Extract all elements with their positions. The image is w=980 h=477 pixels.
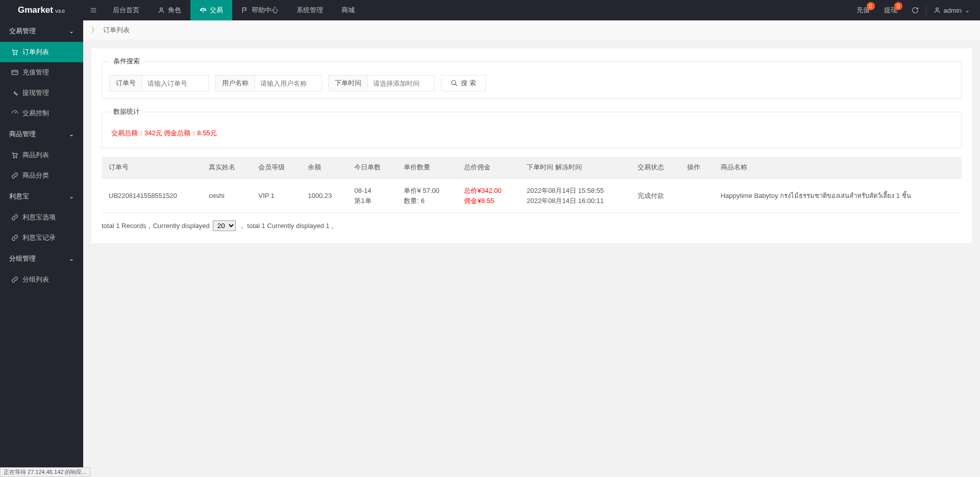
top-header: Gmarket V3.0 后台首页 角色 交易 帮助中心 系统管理 商城	[0, 0, 980, 20]
order-time-input[interactable]	[368, 76, 434, 91]
topnav-role[interactable]: 角色	[149, 0, 190, 20]
chevron-down-icon: ⌄	[965, 7, 970, 14]
sidebar-item-recharge[interactable]: 充值管理	[0, 62, 83, 83]
breadcrumb-sep-icon: 》	[91, 26, 98, 34]
cell-commission: 佣金¥8.55	[464, 197, 494, 205]
field-order-no: 订单号	[109, 75, 209, 91]
sidebar-item-orders[interactable]: 订单列表	[0, 42, 83, 62]
svg-point-5	[13, 54, 14, 55]
th-status: 交易状态	[630, 157, 680, 179]
pagination: total 1 Records，Currently displayed 20 ，…	[102, 213, 962, 233]
cell-status: 完成付款	[630, 179, 680, 213]
sidebar-group-interest[interactable]: 利息宝 ⌄	[0, 186, 83, 207]
cart-icon	[11, 48, 18, 56]
topnav-trade[interactable]: 交易	[190, 0, 232, 20]
topnav-label: 后台首页	[113, 6, 139, 15]
search-fieldset: 条件搜索 订单号 用户名称 下单时间	[102, 57, 962, 99]
hamburger-icon	[90, 7, 97, 14]
brand-version: V3.0	[55, 9, 65, 14]
th-total: 总价佣金	[457, 157, 520, 179]
refresh-button[interactable]	[904, 0, 926, 20]
cell-op	[680, 179, 714, 213]
table-header-row: 订单号 真实姓名 会员等级 余额 今日单数 单价数量 总价佣金 下单时间 解冻时…	[102, 157, 962, 179]
brand-name: Gmarket	[18, 5, 53, 15]
svg-line-9	[15, 112, 16, 113]
search-button[interactable]: 搜 索	[441, 75, 486, 91]
cell-product: Happytime Babytoy กรงไม้ธรรมชาติของเล่นส…	[714, 179, 962, 213]
stats-fieldset: 数据统计 交易总额：342元 佣金总额：8.55元	[102, 107, 962, 148]
sidebar-group-groupmgmt[interactable]: 分组管理 ⌄	[0, 248, 83, 252]
sidebar-group-product[interactable]: 商品管理 ⌄	[0, 123, 83, 145]
user-icon	[934, 7, 941, 14]
cell-time: 2022年08月14日 15:58:55 2022年08月14日 16:00:1…	[520, 179, 630, 213]
cell-price: 单价¥ 57.00 数量: 6	[397, 179, 457, 213]
sidebar-item-product-category[interactable]: 商品分类	[0, 165, 83, 186]
breadcrumb: 》 订单列表	[83, 20, 980, 40]
topnav-label: 交易	[210, 6, 223, 15]
user-name-input[interactable]	[255, 76, 322, 91]
sidebar-item-withdraw[interactable]: 提现管理	[0, 83, 83, 103]
link-icon	[11, 234, 18, 241]
top-nav: 后台首页 角色 交易 帮助中心 系统管理 商城	[104, 0, 364, 20]
recharge-link[interactable]: 充值 0	[849, 0, 877, 20]
th-balance: 余额	[301, 157, 347, 179]
cell-real-name: ceshi	[202, 179, 251, 213]
field-label: 下单时间	[329, 76, 368, 91]
sidebar-item-interest-records[interactable]: 利息宝记录	[0, 228, 83, 248]
sidebar: 交易管理 ⌄ 订单列表 充值管理 提现管理 交易控制 商品管理 ⌄ 商品列表 商…	[0, 20, 83, 252]
stats-legend: 数据统计	[109, 107, 144, 116]
withdraw-link[interactable]: 提现 0	[877, 0, 904, 20]
topnav-mall[interactable]: 商城	[332, 0, 364, 20]
th-order-no: 订单号	[102, 157, 202, 179]
th-product: 商品名称	[714, 157, 962, 179]
cell-unit-price: 单价¥ 57.00	[404, 187, 439, 194]
sidebar-item-interest-options[interactable]: 利息宝选项	[0, 207, 83, 228]
card-icon	[11, 69, 18, 76]
link-icon	[11, 214, 18, 221]
topnav-help[interactable]: 帮助中心	[232, 0, 287, 20]
cell-today: 08-14 第1单	[347, 179, 397, 213]
orders-table: 订单号 真实姓名 会员等级 余额 今日单数 单价数量 总价佣金 下单时间 解冻时…	[102, 157, 962, 213]
sidebar-item-label: 商品分类	[22, 171, 49, 180]
search-button-label: 搜 索	[461, 79, 476, 88]
chevron-down-icon: ⌄	[69, 131, 74, 138]
sidebar-item-label: 订单列表	[22, 47, 49, 57]
chevron-down-icon: ⌄	[69, 193, 74, 200]
sidebar-item-label: 提现管理	[22, 88, 49, 97]
sidebar-toggle[interactable]	[83, 0, 104, 20]
topnav-label: 系统管理	[297, 6, 323, 15]
pager-text-1: total 1 Records，Currently displayed	[102, 221, 210, 231]
cell-today-count: 第1单	[354, 197, 371, 205]
page-size-select[interactable]: 20	[213, 220, 236, 231]
sidebar-item-label: 商品列表	[22, 150, 49, 160]
field-order-time: 下单时间	[328, 75, 435, 91]
th-op: 操作	[680, 157, 714, 179]
sidebar-item-label: 利息宝选项	[22, 213, 56, 222]
svg-point-3	[160, 8, 163, 10]
panel: 条件搜索 订单号 用户名称 下单时间	[91, 48, 972, 243]
wrench-icon	[11, 89, 18, 96]
search-legend: 条件搜索	[109, 57, 144, 66]
sidebar-item-product-list[interactable]: 商品列表	[0, 145, 83, 165]
svg-rect-7	[12, 70, 18, 74]
topnav-home[interactable]: 后台首页	[104, 0, 149, 20]
cell-total: 总价¥342.00 佣金¥8.55	[457, 179, 520, 213]
topnav-system[interactable]: 系统管理	[287, 0, 332, 20]
breadcrumb-title: 订单列表	[103, 26, 130, 34]
cell-qty: 数量: 6	[404, 197, 424, 205]
svg-point-6	[16, 54, 17, 55]
svg-line-13	[455, 84, 457, 86]
withdraw-badge: 0	[894, 2, 902, 10]
scale-icon	[200, 7, 207, 14]
field-label: 用户名称	[216, 76, 255, 91]
cell-order-time: 2022年08月14日 15:58:55	[527, 187, 604, 194]
cell-balance: 1000.23	[301, 179, 347, 213]
cell-level: VIP 1	[251, 179, 301, 213]
sidebar-group-trade[interactable]: 交易管理 ⌄	[0, 20, 83, 42]
field-user-name: 用户名称	[215, 75, 322, 91]
order-no-input[interactable]	[142, 76, 209, 91]
sidebar-item-trade-control[interactable]: 交易控制	[0, 103, 83, 123]
user-menu[interactable]: admin ⌄	[926, 0, 980, 20]
recharge-badge: 0	[867, 2, 875, 10]
sidebar-group-label: 交易管理	[9, 27, 36, 36]
